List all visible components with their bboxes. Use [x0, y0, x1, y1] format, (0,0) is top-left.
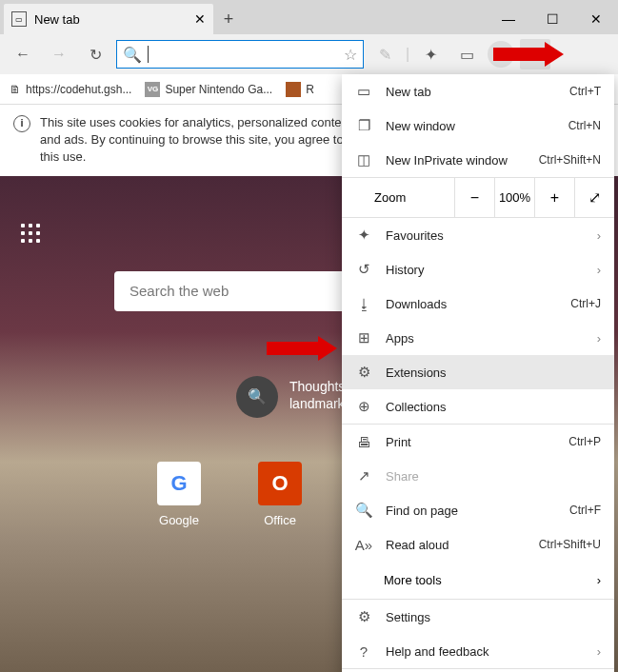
- app-launcher-icon[interactable]: [21, 224, 40, 243]
- minimize-button[interactable]: —: [487, 4, 530, 34]
- menu-settings[interactable]: ⚙ Settings: [342, 600, 614, 634]
- favicon-icon: VG: [145, 82, 160, 97]
- back-button[interactable]: ←: [8, 39, 38, 69]
- titlebar: ▭ New tab ✕ + — ☐ ✕: [0, 0, 618, 34]
- chevron-right-icon: ›: [597, 573, 601, 587]
- site-label: Google: [157, 513, 201, 527]
- bookmark-item[interactable]: VG Super Nintendo Ga...: [145, 82, 272, 97]
- site-tile-office[interactable]: O Office: [258, 462, 302, 527]
- new-tab-button[interactable]: +: [213, 4, 244, 34]
- settings-menu: ▭ New tab Ctrl+T ❐ New window Ctrl+N ◫ N…: [342, 74, 614, 672]
- menu-more-tools[interactable]: More tools ›: [342, 562, 614, 599]
- bookmark-label: Super Nintendo Ga...: [165, 83, 272, 96]
- menu-read-aloud[interactable]: A» Read aloud Ctrl+Shift+U: [342, 527, 614, 562]
- close-window-button[interactable]: ✕: [574, 4, 618, 34]
- chevron-right-icon: ›: [597, 331, 601, 346]
- maximize-button[interactable]: ☐: [530, 4, 574, 34]
- cursor: [148, 46, 149, 63]
- chevron-right-icon: ›: [597, 228, 601, 243]
- bookmark-item[interactable]: 🗎 https://codehut.gsh...: [10, 83, 131, 96]
- top-sites: G Google O Office: [157, 462, 302, 527]
- spotlight-search-icon[interactable]: 🔍: [236, 376, 278, 418]
- tab-title: New tab: [34, 12, 187, 27]
- refresh-button[interactable]: ↻: [80, 39, 110, 69]
- favorite-star-icon[interactable]: ☆: [344, 46, 357, 64]
- inprivate-icon: ◫: [355, 151, 372, 168]
- share-icon: ↗: [355, 467, 372, 484]
- site-tile-google[interactable]: G Google: [157, 462, 201, 527]
- download-icon: ⭳: [355, 296, 372, 312]
- tab-favicon: ▭: [11, 11, 27, 27]
- tab-close-icon[interactable]: ✕: [194, 11, 206, 27]
- zoom-label: Zoom: [342, 190, 454, 205]
- menu-apps[interactable]: ⊞ Apps ›: [342, 321, 614, 355]
- menu-favourites[interactable]: ✦ Favourites ›: [342, 218, 614, 252]
- zoom-level: 100%: [494, 178, 534, 218]
- zoom-in-button[interactable]: +: [534, 178, 574, 218]
- cookie-text: This site uses cookies for analytics, pe…: [40, 114, 364, 167]
- collections-icon: ⊕: [355, 398, 372, 415]
- zoom-out-button[interactable]: −: [454, 178, 494, 218]
- menu-history[interactable]: ↺ History ›: [342, 252, 614, 287]
- menu-downloads[interactable]: ⭳ Downloads Ctrl+J: [342, 287, 614, 321]
- history-icon: ↺: [355, 261, 372, 278]
- apps-icon: ⊞: [355, 329, 372, 346]
- collections-icon[interactable]: ▭: [451, 39, 482, 69]
- google-icon: G: [157, 462, 201, 505]
- chevron-right-icon: ›: [597, 263, 601, 277]
- menu-help[interactable]: ? Help and feedback ›: [342, 634, 614, 668]
- window-controls: — ☐ ✕: [487, 4, 618, 34]
- page-icon: 🗎: [10, 83, 21, 96]
- tab-icon: ▭: [355, 83, 372, 100]
- bookmark-label: R: [306, 83, 314, 96]
- bookmark-item[interactable]: R: [286, 82, 314, 97]
- fullscreen-button[interactable]: ⤢: [574, 178, 614, 218]
- office-icon: O: [258, 462, 302, 505]
- site-label: Office: [258, 513, 302, 527]
- menu-share: ↗ Share: [342, 459, 614, 493]
- menu-print[interactable]: 🖶 Print Ctrl+P: [342, 425, 614, 459]
- menu-inprivate-window[interactable]: ◫ New InPrivate window Ctrl+Shift+N: [342, 143, 614, 177]
- menu-find[interactable]: 🔍 Find on page Ctrl+F: [342, 493, 614, 527]
- menu-collections[interactable]: ⊕ Collections: [342, 389, 614, 424]
- window-icon: ❐: [355, 117, 372, 134]
- chevron-right-icon: ›: [597, 644, 601, 659]
- search-icon: 🔍: [123, 46, 142, 64]
- print-icon: 🖶: [355, 434, 372, 450]
- bookmark-label: https://codehut.gsh...: [26, 83, 131, 96]
- info-icon: i: [13, 115, 30, 132]
- find-icon: 🔍: [355, 502, 372, 519]
- menu-extensions[interactable]: ⚙ Extensions: [342, 355, 614, 389]
- menu-zoom: Zoom − 100% + ⤢: [342, 178, 614, 218]
- read-aloud-icon: A»: [355, 537, 372, 553]
- browser-tab[interactable]: ▭ New tab ✕: [4, 4, 213, 34]
- address-bar[interactable]: 🔍 ☆: [116, 40, 364, 69]
- favorites-icon[interactable]: ✦: [415, 39, 446, 69]
- star-icon: ✦: [355, 227, 372, 244]
- menu-new-window[interactable]: ❐ New window Ctrl+N: [342, 109, 614, 143]
- forward-button[interactable]: →: [44, 39, 74, 69]
- help-icon: ?: [355, 643, 372, 660]
- gear-icon: ⚙: [355, 608, 372, 625]
- search-placeholder: Search the web: [130, 283, 229, 299]
- menu-new-tab[interactable]: ▭ New tab Ctrl+T: [342, 74, 614, 109]
- read-mode-icon[interactable]: ✎: [369, 39, 400, 69]
- favicon-icon: [286, 82, 301, 97]
- extensions-icon: ⚙: [355, 364, 372, 381]
